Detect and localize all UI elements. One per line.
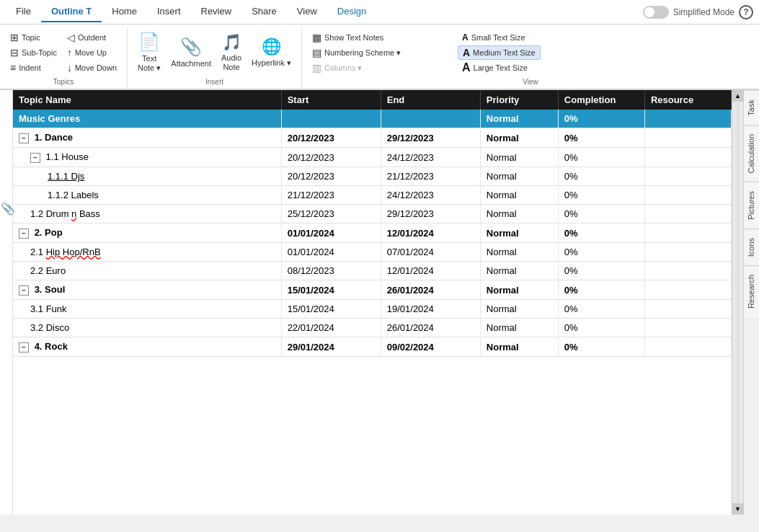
- row-end: 29/12/2023: [381, 205, 480, 223]
- topic-button[interactable]: ⊞ Topic: [6, 30, 61, 45]
- row-resource: [644, 128, 731, 148]
- table-row[interactable]: 3.2 Disco 22/01/2024 26/01/2024 Normal 0…: [13, 319, 732, 337]
- row-resource: [644, 167, 731, 186]
- tab-design[interactable]: Design: [327, 1, 376, 22]
- row-completion: 0%: [558, 128, 644, 148]
- scroll-down-arrow[interactable]: ▼: [732, 503, 744, 515]
- row-completion: 0%: [558, 223, 644, 243]
- view-left-col: ▦ Show Text Notes ▤ Numbering Scheme ▾ ▥…: [308, 30, 452, 75]
- text-note-button[interactable]: 📄 TextNote ▾: [133, 32, 165, 73]
- row-name: 1.1.2 Labels: [13, 186, 281, 205]
- tab-insert[interactable]: Insert: [147, 1, 191, 22]
- row-start: 25/12/2023: [281, 205, 381, 223]
- simplified-mode-label: Simplified Mode: [673, 7, 734, 17]
- simplified-mode-toggle[interactable]: [643, 6, 669, 19]
- side-tab-research[interactable]: Research: [744, 265, 759, 317]
- row-end: 29/12/2023: [381, 128, 480, 148]
- row-resource: [644, 280, 731, 300]
- row-name: − 4. Rock: [13, 337, 281, 357]
- medium-text-size-icon: A: [463, 47, 470, 58]
- row-priority: Normal: [480, 280, 558, 300]
- large-text-size-button[interactable]: A Large Text Size: [458, 61, 541, 75]
- scroll-track: [737, 102, 740, 502]
- insert-group-label: Insert: [133, 78, 296, 89]
- help-icon[interactable]: ?: [739, 5, 753, 19]
- row-start: 15/01/2024: [281, 280, 381, 300]
- columns-button[interactable]: ▥ Columns ▾: [308, 61, 452, 75]
- collapse-btn[interactable]: −: [19, 133, 29, 143]
- table-row[interactable]: − 3. Soul 15/01/2024 26/01/2024 Normal 0…: [13, 280, 732, 300]
- outdent-label: Outdent: [78, 33, 106, 42]
- row-resource: [644, 148, 731, 167]
- table-row[interactable]: 2.2 Euro 08/12/2023 12/01/2024 Normal 0%: [13, 262, 732, 280]
- numbering-scheme-icon: ▤: [312, 47, 321, 58]
- audio-note-icon: 🎵: [222, 33, 241, 52]
- sub-topic-button[interactable]: ⊟ Sub-Topic: [6, 45, 61, 60]
- side-tab-task[interactable]: Task: [744, 90, 759, 125]
- move-down-button[interactable]: ↓ Move Down: [63, 61, 121, 75]
- collapse-btn[interactable]: −: [19, 342, 29, 353]
- row-end: 26/01/2024: [381, 319, 480, 337]
- table-row[interactable]: − 1.1 House 20/12/2023 24/12/2023 Normal…: [13, 148, 732, 167]
- vertical-scrollbar[interactable]: ▲ ▼: [732, 90, 743, 515]
- row-name: − 1.1 House: [13, 148, 281, 167]
- row-name: 2.2 Euro: [13, 262, 281, 280]
- table-row[interactable]: − 4. Rock 29/01/2024 09/02/2024 Normal 0…: [13, 337, 732, 357]
- move-up-button[interactable]: ↑ Move Up: [63, 45, 121, 60]
- audio-note-button[interactable]: 🎵 AudioNote: [217, 32, 246, 73]
- side-tab-pictures[interactable]: Pictures: [744, 182, 759, 229]
- col-header-name: Topic Name: [13, 90, 281, 110]
- sub-topic-label: Sub-Topic: [22, 48, 57, 57]
- table-row[interactable]: Music Genres Normal 0%: [13, 110, 732, 128]
- numbering-scheme-button[interactable]: ▤ Numbering Scheme ▾: [308, 45, 452, 60]
- move-up-icon: ↑: [67, 47, 72, 58]
- medium-text-size-button[interactable]: A Medium Text Size: [458, 45, 541, 60]
- tab-home[interactable]: Home: [102, 1, 147, 22]
- row-end: 26/01/2024: [381, 280, 480, 300]
- row-start: 22/01/2024: [281, 319, 381, 337]
- show-text-notes-button[interactable]: ▦ Show Text Notes: [308, 30, 452, 45]
- row-priority: Normal: [480, 223, 558, 243]
- row-priority: Normal: [480, 110, 558, 128]
- scroll-up-arrow[interactable]: ▲: [732, 90, 744, 102]
- attachment-button[interactable]: 📎 Attachment: [167, 32, 216, 73]
- row-end: 24/12/2023: [381, 148, 480, 167]
- side-tab-calculation[interactable]: Calculation: [744, 125, 759, 182]
- medium-text-size-label: Medium Text Size: [473, 48, 536, 57]
- tab-review[interactable]: Review: [191, 1, 242, 22]
- row-end: 19/01/2024: [381, 300, 480, 319]
- indent-button[interactable]: ≡ Indent: [6, 61, 61, 75]
- row-resource: [644, 262, 731, 280]
- row-priority: Normal: [480, 243, 558, 262]
- row-end: 12/01/2024: [381, 223, 480, 243]
- tab-outline[interactable]: Outline T: [41, 1, 102, 22]
- side-tab-icons[interactable]: Icons: [744, 229, 759, 265]
- topics-group-label: Topics: [6, 78, 121, 89]
- tab-share[interactable]: Share: [241, 1, 287, 22]
- table-row[interactable]: − 1. Dance 20/12/2023 29/12/2023 Normal …: [13, 128, 732, 148]
- row-resource: [644, 186, 731, 205]
- row-name: − 1. Dance: [13, 128, 281, 148]
- row-start: 15/01/2024: [281, 300, 381, 319]
- row-name: 3.2 Disco: [13, 319, 281, 337]
- table-row[interactable]: − 2. Pop 01/01/2024 12/01/2024 Normal 0%: [13, 223, 732, 243]
- col-header-priority: Priority: [480, 90, 558, 110]
- collapse-btn[interactable]: −: [30, 153, 40, 163]
- outdent-button[interactable]: ◁ Outdent: [63, 30, 121, 45]
- row-completion: 0%: [558, 300, 644, 319]
- tab-view[interactable]: View: [287, 1, 327, 22]
- table-row[interactable]: 1.1.2 Labels 21/12/2023 24/12/2023 Norma…: [13, 186, 732, 205]
- row-name: − 2. Pop: [13, 223, 281, 243]
- row-end: 09/02/2024: [381, 337, 480, 357]
- collapse-btn[interactable]: −: [19, 285, 29, 296]
- collapse-btn[interactable]: −: [19, 229, 29, 239]
- table-row[interactable]: 1.1.1 Djs 20/12/2023 21/12/2023 Normal 0…: [13, 167, 732, 186]
- left-strip: 📎: [0, 90, 13, 515]
- hyperlink-label: Hyperlink ▾: [252, 58, 291, 68]
- table-row[interactable]: 1.2 Drum n Bass 25/12/2023 29/12/2023 No…: [13, 205, 732, 223]
- tab-file[interactable]: File: [6, 1, 41, 22]
- hyperlink-button[interactable]: 🌐 Hyperlink ▾: [247, 32, 296, 73]
- small-text-size-button[interactable]: A Small Text Size: [458, 30, 541, 45]
- table-row[interactable]: 3.1 Funk 15/01/2024 19/01/2024 Normal 0%: [13, 300, 732, 319]
- table-row[interactable]: 2.1 Hip Hop/RnB 01/01/2024 07/01/2024 No…: [13, 243, 732, 262]
